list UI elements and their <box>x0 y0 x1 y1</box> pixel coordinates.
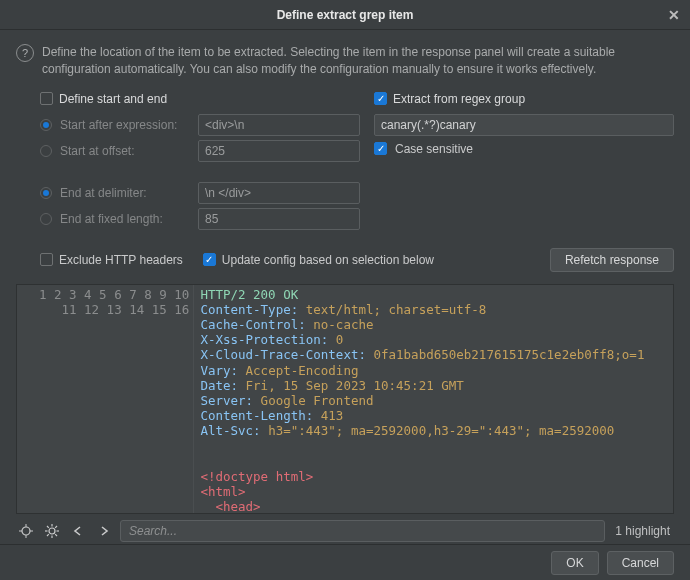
help-icon[interactable]: ? <box>16 44 34 62</box>
svg-point-0 <box>22 527 30 535</box>
svg-line-11 <box>55 534 57 536</box>
svg-line-13 <box>55 526 57 528</box>
gear-icon[interactable] <box>42 521 62 541</box>
panel-start-end: Define start and end Start after express… <box>40 92 360 234</box>
crosshair-icon[interactable] <box>16 521 36 541</box>
description-text: Define the location of the item to be ex… <box>42 44 674 78</box>
label-start-after: Start after expression: <box>60 118 190 132</box>
response-code[interactable]: HTTP/2 200 OK Content-Type: text/html; c… <box>194 285 673 513</box>
radio-start-after[interactable] <box>40 119 52 131</box>
checkbox-extract-regex[interactable] <box>374 92 387 105</box>
input-start-offset[interactable]: 625 <box>198 140 360 162</box>
checkbox-exclude-headers[interactable] <box>40 253 53 266</box>
svg-point-5 <box>49 528 55 534</box>
highlight-count: 1 highlight <box>611 524 674 538</box>
label-extract-regex: Extract from regex group <box>393 92 525 106</box>
label-define-start-end: Define start and end <box>59 92 167 106</box>
input-start-after[interactable]: <div>\n <box>198 114 360 136</box>
checkbox-define-start-end[interactable] <box>40 92 53 105</box>
input-end-fixed[interactable]: 85 <box>198 208 360 230</box>
label-exclude-headers: Exclude HTTP headers <box>59 253 183 267</box>
title-bar: Define extract grep item ✕ <box>0 0 690 30</box>
next-match-icon[interactable] <box>94 521 114 541</box>
radio-end-delim[interactable] <box>40 187 52 199</box>
ok-button[interactable]: OK <box>551 551 598 575</box>
search-input[interactable]: Search... <box>120 520 605 542</box>
input-end-delim[interactable]: \n </div> <box>198 182 360 204</box>
label-case-sensitive: Case sensitive <box>395 142 473 156</box>
checkbox-case-sensitive[interactable] <box>374 142 387 155</box>
label-end-fixed: End at fixed length: <box>60 212 190 226</box>
label-update-config: Update config based on selection below <box>222 253 434 267</box>
refetch-button[interactable]: Refetch response <box>550 248 674 272</box>
response-panel[interactable]: 1 2 3 4 5 6 7 8 9 10 11 12 13 14 15 16 H… <box>16 284 674 514</box>
label-start-offset: Start at offset: <box>60 144 190 158</box>
dialog-title: Define extract grep item <box>277 8 414 22</box>
cancel-button[interactable]: Cancel <box>607 551 674 575</box>
radio-start-offset[interactable] <box>40 145 52 157</box>
svg-line-12 <box>47 534 49 536</box>
input-regex[interactable]: canary(.*?)canary <box>374 114 674 136</box>
radio-end-fixed[interactable] <box>40 213 52 225</box>
prev-match-icon[interactable] <box>68 521 88 541</box>
line-gutter: 1 2 3 4 5 6 7 8 9 10 11 12 13 14 15 16 <box>17 285 194 513</box>
close-icon[interactable]: ✕ <box>668 7 680 23</box>
label-end-delim: End at delimiter: <box>60 186 190 200</box>
checkbox-update-config[interactable] <box>203 253 216 266</box>
panel-regex: Extract from regex group canary(.*?)cana… <box>374 92 674 234</box>
svg-line-10 <box>47 526 49 528</box>
